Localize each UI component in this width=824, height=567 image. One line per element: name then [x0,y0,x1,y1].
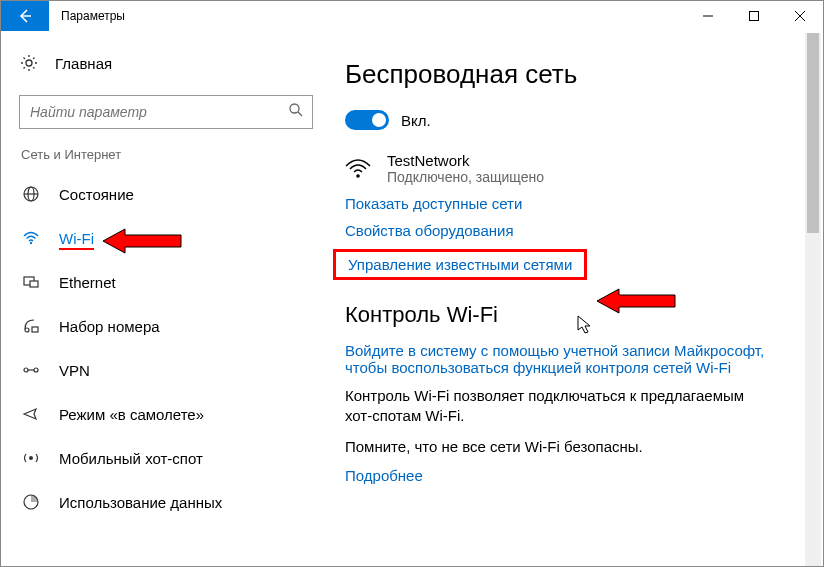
sidebar: Главная Сеть и Интернет Состояние Wi-Fi … [1,31,331,566]
svg-point-5 [26,60,32,66]
svg-point-6 [290,104,299,113]
link-hardware-properties[interactable]: Свойства оборудования [345,222,514,239]
sidebar-item-airplane[interactable]: Режим «в самолете» [19,392,331,436]
window-title: Параметры [49,1,685,31]
vertical-scrollbar[interactable] [805,33,821,567]
sidebar-section-label: Сеть и Интернет [21,147,331,162]
sidebar-item-label: Режим «в самолете» [59,406,204,423]
link-signin-microsoft[interactable]: Войдите в систему с помощью учетной запи… [345,342,775,376]
vpn-icon [21,360,41,380]
wifi-toggle-label: Вкл. [401,112,431,129]
link-manage-known-networks[interactable]: Управление известными сетями [333,249,587,280]
hotspot-icon [21,448,41,468]
link-show-available-networks[interactable]: Показать доступные сети [345,195,522,212]
para-safety: Помните, что не все сети Wi-Fi безопасны… [345,437,775,457]
maximize-button[interactable] [731,1,777,31]
back-button[interactable] [1,1,49,31]
data-usage-icon [21,492,41,512]
page-heading: Беспроводная сеть [345,59,803,90]
svg-line-7 [298,112,302,116]
sidebar-item-hotspot[interactable]: Мобильный хот-спот [19,436,331,480]
heading-wifi-control: Контроль Wi-Fi [345,302,803,328]
sidebar-item-label: Использование данных [59,494,222,511]
sidebar-item-label: Состояние [59,186,134,203]
sidebar-item-wifi[interactable]: Wi-Fi [19,216,331,260]
sidebar-home[interactable]: Главная [19,45,331,81]
globe-icon [21,184,41,204]
svg-point-17 [34,368,38,372]
current-network[interactable]: TestNetwork Подключено, защищено [345,152,803,185]
svg-rect-2 [750,12,759,21]
sidebar-item-data-usage[interactable]: Использование данных [19,480,331,524]
svg-point-21 [356,174,360,178]
sidebar-item-label: Ethernet [59,274,116,291]
sidebar-item-label: VPN [59,362,90,379]
sidebar-item-label: Мобильный хот-спот [59,450,203,467]
svg-point-14 [25,328,29,332]
para-hotspots: Контроль Wi-Fi позволяет подключаться к … [345,386,775,427]
search-box[interactable] [19,95,313,129]
sidebar-item-dialup[interactable]: Набор номера [19,304,331,348]
close-button[interactable] [777,1,823,31]
ethernet-icon [21,272,41,292]
network-status: Подключено, защищено [387,169,544,185]
sidebar-item-label: Набор номера [59,318,160,335]
search-icon [288,102,304,122]
link-learn-more[interactable]: Подробнее [345,467,423,484]
wifi-secure-icon [345,152,373,180]
svg-point-11 [30,242,32,244]
content-pane: Беспроводная сеть Вкл. TestNetwork Подкл… [331,31,823,566]
wifi-icon [21,228,41,248]
gear-icon [19,53,39,73]
airplane-icon [21,404,41,424]
svg-point-16 [24,368,28,372]
dialup-icon [21,316,41,336]
search-input[interactable] [30,104,288,120]
svg-rect-13 [30,281,38,287]
sidebar-item-vpn[interactable]: VPN [19,348,331,392]
svg-point-19 [29,456,33,460]
scrollbar-thumb[interactable] [807,33,819,233]
sidebar-item-ethernet[interactable]: Ethernet [19,260,331,304]
sidebar-item-label: Wi-Fi [59,230,94,247]
sidebar-home-label: Главная [55,55,112,72]
wifi-toggle[interactable] [345,110,389,130]
sidebar-item-status[interactable]: Состояние [19,172,331,216]
minimize-button[interactable] [685,1,731,31]
network-name: TestNetwork [387,152,544,169]
svg-rect-15 [32,327,38,332]
